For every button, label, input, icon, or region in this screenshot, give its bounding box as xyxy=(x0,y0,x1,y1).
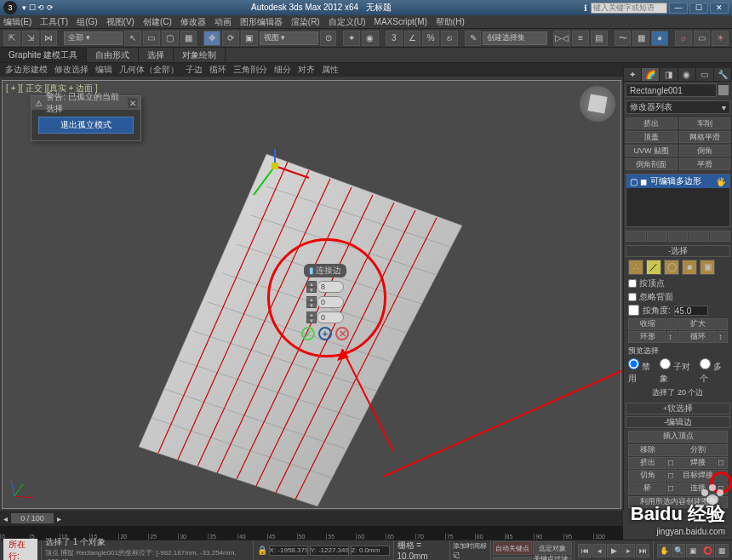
tab-graphite[interactable]: Graphite 建模工具 xyxy=(0,48,87,62)
select-region-icon[interactable]: ▢ xyxy=(162,31,179,46)
render-frame-icon[interactable]: ▭ xyxy=(694,31,711,46)
object-color-swatch[interactable] xyxy=(718,85,729,95)
remove-button[interactable]: 移除 xyxy=(628,444,666,456)
chamfer-button[interactable]: 切角 xyxy=(628,470,666,482)
percent-snap-icon[interactable]: % xyxy=(422,31,439,46)
mirror-icon[interactable]: ▷◁ xyxy=(553,31,570,46)
goto-end-icon[interactable]: ⏭ xyxy=(636,544,649,557)
caddy-cancel-button[interactable]: ✕ xyxy=(335,327,349,340)
material-editor-icon[interactable]: ● xyxy=(651,31,668,46)
edge-subobj-icon[interactable]: ／ xyxy=(646,260,661,275)
connect-button[interactable]: 连接 xyxy=(678,483,717,494)
loop-button[interactable]: 循环 xyxy=(678,331,717,343)
ring-button[interactable]: 环形 xyxy=(628,331,666,343)
soft-selection-rollout[interactable]: + 软选择 xyxy=(626,403,730,414)
target-weld-button[interactable]: 目标焊接 xyxy=(678,470,717,482)
exit-isolate-button[interactable]: 退出孤立模式 xyxy=(38,117,134,134)
curve-editor-icon[interactable]: 〜 xyxy=(615,31,632,46)
layers-icon[interactable]: ▤ xyxy=(591,31,608,46)
display-tab-icon[interactable]: ▭ xyxy=(696,68,714,81)
pin-stack-icon[interactable] xyxy=(626,231,646,242)
named-selection-set[interactable]: 创建选择集 xyxy=(483,31,546,45)
render-setup-icon[interactable]: ☼ xyxy=(675,31,692,46)
menu-tools[interactable]: 工具(T) xyxy=(40,16,68,28)
maximize-button[interactable]: ☐ xyxy=(689,3,708,14)
snap-icon[interactable]: 3 xyxy=(386,31,403,46)
angle-snap-icon[interactable]: ∠ xyxy=(404,31,421,46)
bridge-button[interactable]: 桥 xyxy=(628,483,666,494)
shrink-button[interactable]: 收缩 xyxy=(628,318,666,330)
autokey-button[interactable]: 自动关键点 xyxy=(493,541,532,555)
by-vertex-check[interactable] xyxy=(628,279,637,288)
named-sel-edit-icon[interactable]: ✎ xyxy=(465,31,482,46)
utilities-tab-icon[interactable]: 🔧 xyxy=(714,68,732,81)
time-slider[interactable]: ◂0 / 100▸ xyxy=(0,511,623,526)
insert-vertex-button[interactable]: 插入顶点 xyxy=(628,431,728,443)
border-subobj-icon[interactable]: ◯ xyxy=(664,260,679,275)
max-viewport-icon[interactable]: ▦ xyxy=(715,544,729,557)
menu-grapheditors[interactable]: 图形编辑器 xyxy=(240,16,283,28)
bind-icon[interactable]: ⋈ xyxy=(41,31,58,46)
select-link-icon[interactable]: ⇱ xyxy=(3,31,20,46)
selection-filter[interactable]: 全部 ▾ xyxy=(64,31,123,45)
minimize-button[interactable]: — xyxy=(669,3,688,14)
setkey-button[interactable]: 设置关键点 xyxy=(493,557,532,560)
add-time-tag[interactable]: 添加时间标记 xyxy=(453,541,488,560)
lock-icon[interactable]: 🔒 xyxy=(257,546,267,555)
align-icon[interactable]: ≡ xyxy=(572,31,589,46)
manip-icon[interactable]: ✦ xyxy=(343,31,360,46)
coord-x[interactable] xyxy=(269,546,308,556)
tab-selection[interactable]: 选择 xyxy=(139,48,174,62)
menu-help[interactable]: 帮助(H) xyxy=(436,16,465,28)
select-icon[interactable]: ↖ xyxy=(124,31,141,46)
split-button[interactable]: 分割 xyxy=(678,444,717,456)
zoom-extents-icon[interactable]: ▣ xyxy=(686,544,700,557)
move-icon[interactable]: ✥ xyxy=(203,31,220,46)
menu-group[interactable]: 组(G) xyxy=(77,16,97,28)
menu-edit[interactable]: 编辑(E) xyxy=(3,16,31,28)
schematic-icon[interactable]: ▦ xyxy=(632,31,649,46)
connect-settings-button[interactable]: □ xyxy=(718,483,728,494)
menu-customize[interactable]: 自定义(U) xyxy=(329,16,366,28)
spinner-snap-icon[interactable]: ⎋ xyxy=(441,31,458,46)
coord-y[interactable] xyxy=(310,546,349,556)
prev-frame-icon[interactable]: ◂ xyxy=(592,544,606,557)
grow-button[interactable]: 扩大 xyxy=(678,318,717,330)
menu-maxscript[interactable]: MAXScript(M) xyxy=(375,17,427,26)
ref-coord-dropdown[interactable]: 视图 ▾ xyxy=(260,31,318,45)
tab-freeform[interactable]: 自由形式 xyxy=(87,48,139,62)
menu-create[interactable]: 创建(C) xyxy=(143,16,172,28)
render-icon[interactable]: ☀ xyxy=(712,31,729,46)
modifier-list-dropdown[interactable]: 修改器列表▾ xyxy=(626,100,730,114)
segments-spinner[interactable]: ▲▼ xyxy=(306,281,344,293)
motion-tab-icon[interactable]: ◉ xyxy=(678,68,696,81)
extrude-button[interactable]: 挤出 xyxy=(628,457,666,469)
app-logo[interactable]: 3 xyxy=(3,1,17,14)
object-name-field[interactable]: Rectangle001 xyxy=(626,83,717,97)
element-subobj-icon[interactable]: ▣ xyxy=(700,260,715,275)
close-button[interactable]: ✕ xyxy=(710,3,729,14)
play-icon[interactable]: ▶ xyxy=(607,544,620,557)
rotate-icon[interactable]: ⟳ xyxy=(222,31,239,46)
quick-access[interactable]: ▾ ☐ ⟲ ⟳ xyxy=(22,3,54,12)
hierarchy-tab-icon[interactable]: ◨ xyxy=(660,68,678,81)
info-icon[interactable]: ℹ xyxy=(584,3,587,13)
keymode-icon[interactable]: ◉ xyxy=(362,31,379,46)
ignore-backface-check[interactable] xyxy=(628,293,637,301)
pivot-icon[interactable]: ⊙ xyxy=(320,31,337,46)
tab-paint[interactable]: 对象绘制 xyxy=(174,48,226,62)
caddy-apply-button[interactable]: + xyxy=(318,327,332,340)
pinch-spinner[interactable]: ▲▼ xyxy=(306,296,344,308)
menu-animation[interactable]: 动画 xyxy=(214,16,232,28)
caddy-ok-button[interactable]: ✓ xyxy=(301,327,315,340)
window-crossing-icon[interactable]: ▦ xyxy=(180,31,197,46)
orbit-icon[interactable]: ⭕ xyxy=(701,544,714,557)
warn-close-button[interactable]: ✕ xyxy=(128,98,137,108)
next-frame-icon[interactable]: ▸ xyxy=(621,544,635,557)
help-search[interactable] xyxy=(591,3,667,14)
scale-icon[interactable]: ▣ xyxy=(241,31,258,46)
viewcube[interactable] xyxy=(580,86,615,122)
goto-start-icon[interactable]: ⏮ xyxy=(578,544,592,557)
vertex-subobj-icon[interactable]: ∴ xyxy=(628,260,643,275)
create-shape-button[interactable]: 利用所选内容创建图形 xyxy=(628,496,728,508)
